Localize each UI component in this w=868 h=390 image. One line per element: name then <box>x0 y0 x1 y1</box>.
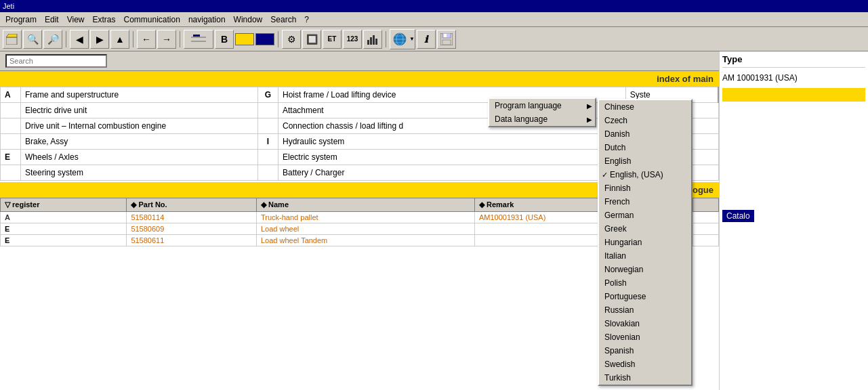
lang-greek[interactable]: Greek <box>599 222 691 236</box>
lang-slovakian[interactable]: Slovakian <box>599 317 691 330</box>
row-name: Brake, Assy <box>21 134 258 150</box>
lang-chinese[interactable]: Chinese <box>599 100 691 114</box>
lang-english[interactable]: English <box>599 154 691 168</box>
menu-edit[interactable]: Edit <box>41 14 63 26</box>
lang-portuguese[interactable]: Portuguese <box>599 290 691 303</box>
col-register[interactable]: ▽ register <box>1 198 127 212</box>
app-title: Jeti <box>3 2 14 10</box>
open-button[interactable] <box>3 30 22 49</box>
svg-marker-1 <box>6 34 17 37</box>
lang-polish[interactable]: Polish <box>599 276 691 290</box>
menu-window[interactable]: Window <box>230 14 267 26</box>
lang-czech[interactable]: Czech <box>599 114 691 127</box>
yellow-box-button[interactable] <box>235 33 254 45</box>
lang-swedish[interactable]: Swedish <box>599 358 691 371</box>
svg-rect-18 <box>442 40 451 45</box>
data-lang-arrow: ▶ <box>587 116 592 123</box>
svg-rect-10 <box>375 39 377 45</box>
lang-dutch[interactable]: Dutch <box>599 141 691 154</box>
bold-button[interactable]: B <box>215 30 234 49</box>
svg-rect-0 <box>6 37 17 45</box>
language-button[interactable]: ▼ <box>390 29 415 49</box>
row-right-name: Electric system <box>278 150 626 165</box>
lang-french[interactable]: French <box>599 195 691 209</box>
menu-view[interactable]: View <box>63 14 89 26</box>
up-button[interactable]: ▲ <box>110 30 129 49</box>
svg-rect-7 <box>367 40 369 45</box>
blue-box-button[interactable] <box>255 33 274 45</box>
language-dropdown: Program language ▶ Chinese Czech Danish … <box>488 98 596 127</box>
menu-bar: Program Edit View Extras Communication n… <box>0 12 868 27</box>
search-button[interactable]: 🔍 <box>23 30 42 49</box>
col-extra <box>693 198 719 212</box>
menu-help[interactable]: ? <box>300 14 313 26</box>
row-right-name: Hydraulic system <box>278 134 626 150</box>
sep5 <box>386 31 386 47</box>
gear-button[interactable]: ⚙ <box>282 30 301 49</box>
search2-button[interactable]: 🔎 <box>43 30 62 49</box>
menu-search[interactable]: Search <box>266 14 300 26</box>
next-button[interactable]: → <box>157 30 176 49</box>
lang-spanish[interactable]: Spanish <box>599 344 691 358</box>
menu-communication[interactable]: Communication <box>120 14 184 26</box>
info-button[interactable]: ℹ <box>417 30 436 49</box>
row-name: Drive unit – Internal combustion engine <box>21 118 258 134</box>
submenu-arrow: ▶ <box>587 102 592 110</box>
main-area: index of main A Frame and superstructure… <box>0 51 868 390</box>
lang-russian[interactable]: Russian <box>599 303 691 317</box>
row-name: Electric drive unit <box>21 103 258 118</box>
svg-rect-8 <box>370 37 372 45</box>
right-panel: Type AM 10001931 (USA) Catalo <box>719 51 868 390</box>
index-header: index of main <box>0 71 719 87</box>
num-button[interactable]: 123 <box>343 30 362 49</box>
chart-button[interactable] <box>363 30 382 49</box>
lang-turkish[interactable]: Turkish <box>599 371 691 385</box>
frame-button[interactable]: 🔲 <box>302 30 321 49</box>
row-name: Frame and superstructure <box>21 87 258 103</box>
menu-program[interactable]: Program <box>1 14 41 26</box>
lang-italian[interactable]: Italian <box>599 249 691 263</box>
menu-navigation[interactable]: navigation <box>184 14 230 26</box>
right-yellow-bar <box>722 88 865 102</box>
title-bar: Jeti <box>0 0 868 12</box>
save-button[interactable] <box>437 30 456 49</box>
svg-rect-5 <box>193 35 200 37</box>
sep4 <box>278 31 278 47</box>
lang-german[interactable]: German <box>599 209 691 222</box>
language-submenu: Chinese Czech Danish Dutch English Engli… <box>598 99 693 386</box>
data-language-item[interactable]: Data language ▶ <box>489 112 595 126</box>
type-value: AM 10001931 (USA) <box>722 73 865 83</box>
dropdown-container: Program language ▶ Chinese Czech Danish … <box>488 98 596 127</box>
toolbar: 🔍 🔎 ◀ ▶ ▲ ← → B ⚙ 🔲 ET 123 ▼ ℹ <box>0 27 868 51</box>
program-language-item[interactable]: Program language ▶ Chinese Czech Danish … <box>489 99 595 112</box>
lang-hungarian[interactable]: Hungarian <box>599 236 691 249</box>
lang-danish[interactable]: Danish <box>599 127 691 141</box>
col-part-no[interactable]: ◆ Part No. <box>127 198 257 212</box>
row-name: Steering system <box>21 165 258 181</box>
svg-rect-19 <box>444 34 447 37</box>
search-input[interactable] <box>5 54 107 68</box>
lang-slovenian[interactable]: Slovenian <box>599 330 691 344</box>
svg-rect-9 <box>373 35 375 45</box>
sep1 <box>66 31 66 47</box>
catalog-badge: Catalo <box>722 210 754 222</box>
lang-norwegian[interactable]: Norwegian <box>599 263 691 276</box>
lang-finnish[interactable]: Finnish <box>599 181 691 195</box>
et-button[interactable]: ET <box>323 30 342 49</box>
menu-extras[interactable]: Extras <box>89 14 120 26</box>
prev-button[interactable]: ← <box>137 30 156 49</box>
sep2 <box>133 31 133 47</box>
globe-dropdown-arrow: ▼ <box>409 36 415 42</box>
row-right-name: Battery / Charger <box>278 165 626 181</box>
type-label: Type <box>722 54 865 68</box>
forward-button[interactable]: ▶ <box>90 30 109 49</box>
back-button[interactable]: ◀ <box>70 30 89 49</box>
sep3 <box>180 31 180 47</box>
lang-english-usa[interactable]: English, (USA) <box>599 168 691 181</box>
list-button[interactable] <box>184 30 213 49</box>
row-name: Wheels / Axles <box>21 150 258 165</box>
col-name[interactable]: ◆ Name <box>257 198 475 212</box>
